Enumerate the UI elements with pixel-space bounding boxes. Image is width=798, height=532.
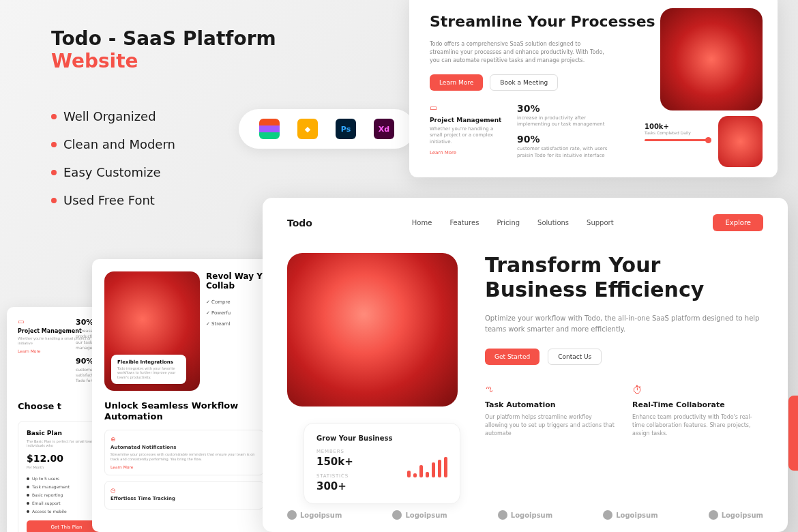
feat-desc: Our platform helps streamline workfloy a… <box>485 413 616 438</box>
feature-text: Easy Customize <box>63 165 161 179</box>
hero-abstract-image-small <box>718 116 763 167</box>
slider-label: 100k+ <box>645 123 709 130</box>
pm-card-sub: Whether you're handling a small project … <box>430 126 505 146</box>
automation-icon: ಌ <box>485 384 496 395</box>
stat-30: 30% <box>517 103 612 114</box>
feature-item: Used Free Font <box>51 193 175 207</box>
check-text: Streaml <box>211 321 230 327</box>
feat-desc: Enhance team productivity with Todo's re… <box>632 413 763 438</box>
stat-30-desc: increase in productivity after implement… <box>517 115 612 129</box>
contact-us-button[interactable]: Contact Us <box>548 349 602 365</box>
nav-pricing[interactable]: Pricing <box>497 219 520 226</box>
feature-text: Well Organized <box>63 109 156 123</box>
bullet-icon <box>51 114 57 119</box>
learn-more-button[interactable]: Learn More <box>430 74 483 91</box>
side-col: Revol Way Y Collab ✓ Compre ✓ Powerfu ✓ … <box>206 271 264 332</box>
get-started-button[interactable]: Get Started <box>485 349 540 365</box>
feature-text: Used Free Font <box>63 193 155 207</box>
feature-item: Well Organized <box>51 109 175 123</box>
logo-text: Logoipsum <box>405 512 447 519</box>
realtime-collab-card: ⏱ Real-Time Collaborate Enhance team pro… <box>632 384 763 438</box>
stats-val: 150k+ <box>316 456 392 468</box>
streamline-desc: Todo offers a comprehensive SaaS solutio… <box>430 40 607 65</box>
hero-section: Transform Your Business Efficiency Optim… <box>287 253 763 438</box>
popup-desc: Todo integrates with your favorite workf… <box>117 366 180 380</box>
decorative-strip <box>788 396 798 471</box>
feat-title: Task Automation <box>485 400 616 409</box>
preview-workflow: Flexible Integrations Todo integrates wi… <box>92 259 276 532</box>
hero-title: Transform Your Business Efficiency <box>485 253 763 302</box>
learn-link[interactable]: Learn More <box>110 464 258 469</box>
check-text: Compre <box>211 299 230 305</box>
brand-logos-row: Logoipsum Logoipsum Logoipsum Logoipsum … <box>287 510 763 520</box>
collab-icon: ⏱ <box>632 384 643 395</box>
slider-bar[interactable] <box>645 139 709 141</box>
book-meeting-button[interactable]: Book a Meeting <box>490 74 558 91</box>
time-track-card: ◷ Effortless Time Tracking <box>104 481 264 509</box>
feature-list: Well Organized Clean and Modern Easy Cus… <box>51 109 175 221</box>
logo-item: Logoipsum <box>709 510 763 520</box>
sketch-icon: ◆ <box>297 119 318 139</box>
nav-features[interactable]: Features <box>449 219 479 226</box>
explore-button[interactable]: Explore <box>713 214 763 231</box>
feat-title: Real-Time Collaborate <box>632 400 763 409</box>
product-title: Todo - SaaS Platform Website <box>51 27 276 72</box>
check-item: ✓ Streaml <box>206 321 264 327</box>
feature-item: Clean and Modern <box>51 137 175 151</box>
figma-icon <box>259 119 280 139</box>
clock-icon: ◷ <box>110 487 258 494</box>
stats-label: STATISTICS <box>316 473 392 479</box>
bullet-icon <box>51 198 57 203</box>
title-line-1: Todo - SaaS Platform <box>51 27 276 50</box>
slider-sub: Tasks Completed Daily <box>645 130 709 135</box>
photoshop-icon: Ps <box>336 119 356 139</box>
title-line-2: Website <box>51 50 276 72</box>
nav-solutions[interactable]: Solutions <box>537 219 569 226</box>
check-item: ✓ Compre <box>206 299 264 305</box>
integrations-popup: Flexible Integrations Todo integrates wi… <box>111 355 186 385</box>
logo-item: Logoipsum <box>287 510 342 520</box>
stats-val: 300+ <box>316 480 392 492</box>
check-text: Powerfu <box>211 310 231 316</box>
unlock-title: Unlock Seamless Workflow Automation <box>104 400 264 422</box>
nav-support[interactable]: Support <box>587 219 614 226</box>
hero-abstract-image <box>660 8 763 110</box>
bar <box>419 465 423 477</box>
feature-item: Easy Customize <box>51 165 175 179</box>
tools-bar: ◆ Ps Xd <box>239 109 415 149</box>
bar <box>413 473 417 477</box>
folder-icon: ▭ <box>430 103 505 113</box>
grow-business-card: Grow Your Business MEMBERS 150k+ STATIST… <box>304 423 460 504</box>
bar <box>438 460 441 477</box>
bar <box>426 472 429 477</box>
xd-icon: Xd <box>374 119 394 139</box>
check-item: ✓ Powerfu <box>206 310 264 316</box>
revol-title: Revol Way Y Collab <box>206 271 264 291</box>
feature-text: Clean and Modern <box>63 137 175 151</box>
stat-90-desc: customer satisfaction rate, with users p… <box>517 146 612 160</box>
hero-abstract-image <box>287 253 458 407</box>
logo-text: Logoipsum <box>300 512 342 519</box>
feat-title: Automated Notifications <box>110 445 258 450</box>
logo-text: Logoipsum <box>616 512 657 519</box>
bar <box>444 457 447 477</box>
learn-more-link[interactable]: Learn More <box>430 150 505 156</box>
bullet-icon <box>51 170 57 175</box>
logo-text: Logoipsum <box>511 512 552 519</box>
task-automation-card: ಌ Task Automation Our platform helps str… <box>485 384 616 438</box>
navbar: Todo Home Features Pricing Solutions Sup… <box>287 214 763 231</box>
stats-title: Grow Your Business <box>316 434 392 442</box>
brand-logo[interactable]: Todo <box>287 218 312 228</box>
nav-home[interactable]: Home <box>412 219 432 226</box>
logo-item: Logoipsum <box>498 510 552 520</box>
logo-item: Logoipsum <box>392 510 447 520</box>
stat-90: 90% <box>517 134 612 145</box>
bar <box>432 462 435 477</box>
preview-main-landing: Todo Home Features Pricing Solutions Sup… <box>263 198 788 532</box>
auto-notif-card: ⊕ Automated Notifications Streamline you… <box>104 430 264 475</box>
abstract-image: Flexible Integrations Todo integrates wi… <box>104 271 200 391</box>
pm-card-title: Project Management <box>430 117 505 123</box>
bullet-icon <box>51 142 57 147</box>
tasks-slider: 100k+ Tasks Completed Daily <box>645 123 709 141</box>
stats-bar-chart <box>407 450 447 477</box>
